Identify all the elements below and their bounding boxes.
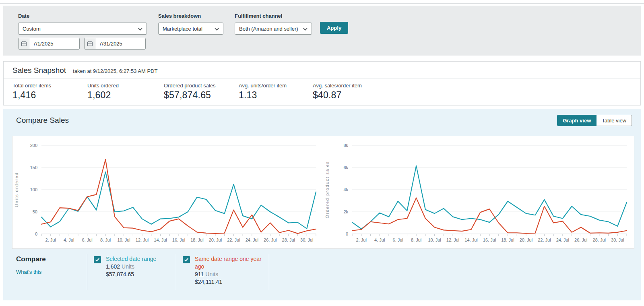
sales-breakdown-select[interactable]: Marketplace total: [158, 23, 223, 35]
chevron-down-icon: [303, 26, 308, 32]
svg-text:4. Jul: 4. Jul: [64, 238, 74, 242]
selected-range-label: Selected date range: [106, 255, 156, 263]
date-filter-group: Date Custom 7/1/2025 7/31: [18, 13, 147, 50]
chevron-down-icon: [215, 26, 219, 32]
fulfillment-channel-value: Both (Amazon and seller): [239, 26, 298, 32]
svg-text:2k: 2k: [343, 209, 348, 214]
check-icon: [95, 258, 100, 262]
end-date-input[interactable]: 7/31/2025: [84, 38, 146, 50]
metric-avg-units-per-order-item: Avg. units/order item 1.13: [239, 83, 313, 101]
svg-text:4k: 4k: [343, 187, 348, 192]
whats-this-link[interactable]: What's this: [16, 269, 41, 275]
svg-text:0: 0: [35, 232, 37, 236]
legend-item-selected-range: Selected date range 1,602Units $57,874.6…: [87, 254, 176, 290]
svg-text:24. Jul: 24. Jul: [556, 238, 569, 242]
svg-text:26. Jul: 26. Jul: [574, 238, 587, 242]
svg-text:12. Jul: 12. Jul: [446, 238, 459, 242]
top-divider: [0, 3, 644, 4]
fulfillment-channel-select[interactable]: Both (Amazon and seller): [235, 23, 312, 35]
selected-range-units: 1,602Units: [106, 263, 156, 271]
apply-button[interactable]: Apply: [320, 22, 348, 34]
svg-text:22. Jul: 22. Jul: [227, 238, 240, 242]
svg-text:6. Jul: 6. Jul: [82, 238, 93, 242]
fulfillment-channel-label: Fulfillment channel: [235, 13, 312, 19]
svg-text:4. Jul: 4. Jul: [374, 238, 385, 242]
check-icon: [184, 258, 189, 262]
year-ago-units: 911Units: [195, 271, 269, 278]
date-range-select[interactable]: Custom: [18, 23, 147, 35]
legend-item-year-ago: Same date range one year ago 911Units $2…: [176, 254, 269, 290]
svg-text:2. Jul: 2. Jul: [356, 238, 367, 242]
start-date-value: 7/1/2025: [29, 41, 54, 47]
year-ago-sales: $24,111.41: [195, 278, 269, 286]
svg-text:6. Jul: 6. Jul: [393, 238, 403, 242]
year-ago-label: Same date range one year ago: [195, 255, 269, 271]
svg-text:28. Jul: 28. Jul: [282, 238, 295, 242]
sales-breakdown-value: Marketplace total: [163, 26, 202, 32]
svg-text:14. Jul: 14. Jul: [154, 238, 167, 242]
compare-legend-header: Compare What's this: [12, 254, 87, 290]
svg-text:30. Jul: 30. Jul: [300, 238, 313, 242]
svg-text:12. Jul: 12. Jul: [136, 238, 149, 242]
units-ordered-chart-svg: 0501001502002. Jul4. Jul6. Jul8. Jul10. …: [12, 136, 322, 248]
sales-snapshot-panel: Sales Snapshot taken at 9/12/2025, 6:27:…: [3, 61, 641, 105]
selected-range-sales: $57,874.65: [106, 271, 156, 278]
svg-text:200: 200: [30, 143, 37, 148]
svg-text:22. Jul: 22. Jul: [538, 238, 551, 242]
svg-text:150: 150: [30, 165, 37, 170]
sales-breakdown-label: Sales breakdown: [158, 13, 223, 19]
svg-text:18. Jul: 18. Jul: [501, 238, 514, 242]
metric-units-ordered: Units ordered 1,602: [87, 83, 164, 101]
units-ordered-chart: 0501001502002. Jul4. Jul6. Jul8. Jul10. …: [12, 136, 323, 248]
selected-range-checkbox[interactable]: [94, 256, 101, 263]
svg-text:18. Jul: 18. Jul: [190, 238, 203, 242]
svg-text:50: 50: [33, 209, 37, 214]
svg-text:24. Jul: 24. Jul: [246, 238, 258, 242]
graph-view-button[interactable]: Graph view: [557, 115, 597, 126]
chevron-down-icon: [138, 26, 142, 32]
fulfillment-channel-group: Fulfillment channel Both (Amazon and sel…: [235, 13, 312, 35]
svg-text:28. Jul: 28. Jul: [593, 238, 606, 242]
start-date-input[interactable]: 7/1/2025: [18, 38, 80, 50]
svg-text:20. Jul: 20. Jul: [209, 238, 222, 242]
svg-text:10. Jul: 10. Jul: [117, 238, 130, 242]
metric-total-order-items: Total order items 1,416: [12, 83, 87, 101]
compare-sales-panel: Compare Sales Graph view Table view 0501…: [3, 109, 641, 300]
charts-card: 0501001502002. Jul4. Jul6. Jul8. Jul10. …: [12, 136, 634, 249]
calendar-icon[interactable]: [85, 38, 95, 49]
compare-sales-title: Compare Sales: [16, 116, 69, 125]
svg-text:6k: 6k: [343, 165, 348, 170]
sales-snapshot-title: Sales Snapshot: [12, 66, 66, 75]
svg-text:0: 0: [346, 232, 348, 236]
svg-text:8k: 8k: [343, 143, 348, 148]
end-date-value: 7/31/2025: [95, 41, 122, 47]
svg-text:20. Jul: 20. Jul: [520, 238, 533, 242]
metric-ordered-product-sales: Ordered product sales $57,874.65: [164, 83, 239, 101]
date-label: Date: [18, 13, 147, 19]
ordered-product-sales-chart-svg: 02k4k6k8k2. Jul4. Jul6. Jul8. Jul10. Jul…: [323, 136, 633, 248]
year-ago-checkbox[interactable]: [183, 256, 190, 263]
svg-text:26. Jul: 26. Jul: [264, 238, 277, 242]
compare-legend-title: Compare: [16, 255, 87, 263]
svg-text:30. Jul: 30. Jul: [611, 238, 624, 242]
svg-text:16. Jul: 16. Jul: [483, 238, 496, 242]
metric-avg-sales-per-order-item: Avg. sales/order item $40.87: [313, 83, 362, 101]
svg-text:100: 100: [30, 187, 37, 192]
svg-text:10. Jul: 10. Jul: [428, 238, 441, 242]
filter-panel: Date Custom 7/1/2025 7/31: [3, 6, 641, 56]
ordered-product-sales-chart: 02k4k6k8k2. Jul4. Jul6. Jul8. Jul10. Jul…: [323, 136, 634, 248]
date-range-value: Custom: [23, 26, 41, 32]
svg-text:2. Jul: 2. Jul: [45, 238, 56, 242]
calendar-icon[interactable]: [19, 38, 29, 49]
svg-text:Units ordered: Units ordered: [14, 172, 19, 207]
svg-text:14. Jul: 14. Jul: [464, 238, 477, 242]
snapshot-timestamp: taken at 9/12/2025, 6:27:53 AM PDT: [73, 68, 157, 74]
svg-text:Ordered product sales: Ordered product sales: [325, 161, 330, 218]
svg-text:8. Jul: 8. Jul: [411, 238, 421, 242]
sales-breakdown-group: Sales breakdown Marketplace total: [158, 13, 223, 35]
table-view-button[interactable]: Table view: [597, 115, 632, 126]
svg-text:16. Jul: 16. Jul: [172, 238, 185, 242]
view-toggle: Graph view Table view: [557, 115, 632, 126]
svg-text:8. Jul: 8. Jul: [100, 238, 111, 242]
compare-legend: Compare What's this Selected date range …: [12, 254, 269, 290]
